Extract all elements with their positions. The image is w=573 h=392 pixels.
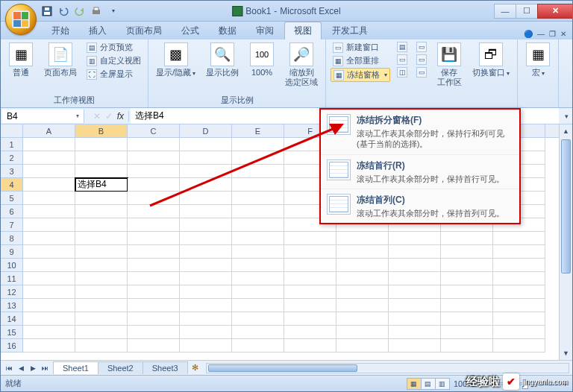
- hide-button[interactable]: ▭: [395, 54, 410, 66]
- cell-J9[interactable]: [493, 245, 545, 259]
- cell-C13[interactable]: [128, 299, 180, 312]
- col-header-E[interactable]: E: [232, 124, 284, 137]
- hscroll-thumb[interactable]: [208, 364, 357, 372]
- cell-A12[interactable]: [23, 285, 75, 299]
- maximize-button[interactable]: ☐: [516, 4, 538, 19]
- help-icon[interactable]: 🔵: [524, 30, 533, 38]
- tab-insert[interactable]: 插入: [80, 22, 116, 39]
- cell-E2[interactable]: [232, 151, 284, 165]
- cell-C8[interactable]: [128, 232, 180, 245]
- save-workspace-button[interactable]: 💾保存 工作区: [433, 41, 465, 89]
- cell-D15[interactable]: [180, 326, 232, 339]
- row-header-5[interactable]: 5: [1, 192, 23, 205]
- cell-J14[interactable]: [493, 312, 545, 326]
- cell-B7[interactable]: [75, 218, 128, 232]
- cell-A6[interactable]: [23, 205, 75, 218]
- page-break-view-icon[interactable]: ▥: [435, 378, 450, 390]
- row-header-10[interactable]: 10: [1, 259, 23, 272]
- row-header-16[interactable]: 16: [1, 339, 23, 353]
- redo-icon[interactable]: [74, 5, 86, 17]
- cancel-icon[interactable]: ✕: [93, 111, 101, 121]
- cell-D7[interactable]: [180, 218, 232, 232]
- cell-I12[interactable]: [441, 285, 493, 299]
- row-header-14[interactable]: 14: [1, 312, 23, 326]
- col-header-C[interactable]: C: [128, 124, 180, 137]
- cell-D4[interactable]: [180, 178, 232, 192]
- cell-C5[interactable]: [128, 192, 180, 205]
- new-window-button[interactable]: ▭新建窗口: [331, 41, 390, 54]
- compare-button[interactable]: ◫: [395, 66, 410, 78]
- name-box[interactable]: B4: [2, 110, 84, 123]
- cell-I13[interactable]: [441, 299, 493, 312]
- cell-I16[interactable]: [441, 339, 493, 353]
- first-sheet-icon[interactable]: ⏮: [4, 364, 14, 372]
- cell-B11[interactable]: [75, 272, 128, 285]
- cell-D2[interactable]: [180, 151, 232, 165]
- cell-F15[interactable]: [284, 326, 336, 339]
- cell-D9[interactable]: [180, 245, 232, 259]
- cell-A7[interactable]: [23, 218, 75, 232]
- cell-I8[interactable]: [441, 232, 493, 245]
- minimize-button[interactable]: —: [494, 4, 516, 19]
- tab-review[interactable]: 审阅: [247, 22, 283, 39]
- cell-C2[interactable]: [128, 151, 180, 165]
- arrange-all-button[interactable]: ▦全部重排: [331, 54, 390, 67]
- cell-E14[interactable]: [232, 312, 284, 326]
- cell-C15[interactable]: [128, 326, 180, 339]
- fx-icon[interactable]: fx: [117, 111, 124, 121]
- scroll-thumb[interactable]: [561, 139, 571, 274]
- cell-A5[interactable]: [23, 192, 75, 205]
- cell-B6[interactable]: [75, 205, 128, 218]
- cell-I15[interactable]: [441, 326, 493, 339]
- freeze-panes-button[interactable]: ▦冻结窗格: [331, 68, 390, 82]
- cell-G8[interactable]: [336, 232, 389, 245]
- cell-J12[interactable]: [493, 285, 545, 299]
- cell-D16[interactable]: [180, 339, 232, 353]
- cell-E8[interactable]: [232, 232, 284, 245]
- cell-E6[interactable]: [232, 205, 284, 218]
- tab-developer[interactable]: 开发工具: [323, 22, 377, 39]
- cell-B15[interactable]: [75, 326, 128, 339]
- cell-H14[interactable]: [389, 312, 441, 326]
- cell-F11[interactable]: [284, 272, 336, 285]
- freeze-first-col-item[interactable]: 冻结首列(C)滚动工作表其余部分时，保持首列可见。: [321, 189, 519, 223]
- cell-E9[interactable]: [232, 245, 284, 259]
- office-button[interactable]: [5, 4, 37, 35]
- macros-button[interactable]: ▦宏: [522, 41, 554, 79]
- qat-more-icon[interactable]: [107, 5, 119, 17]
- cell-D10[interactable]: [180, 259, 232, 272]
- cell-B4[interactable]: 选择B4: [75, 178, 128, 192]
- split-button[interactable]: ▤: [395, 41, 410, 53]
- cell-F9[interactable]: [284, 245, 336, 259]
- cell-G16[interactable]: [336, 339, 389, 353]
- cell-A10[interactable]: [23, 259, 75, 272]
- cell-I9[interactable]: [441, 245, 493, 259]
- row-header-4[interactable]: 4: [1, 178, 23, 192]
- cell-G12[interactable]: [336, 285, 389, 299]
- cell-E13[interactable]: [232, 299, 284, 312]
- cell-A3[interactable]: [23, 165, 75, 178]
- page-break-button[interactable]: ▤分页预览: [84, 41, 143, 54]
- cell-E16[interactable]: [232, 339, 284, 353]
- cell-F12[interactable]: [284, 285, 336, 299]
- cell-J16[interactable]: [493, 339, 545, 353]
- horizontal-scrollbar[interactable]: [206, 363, 569, 373]
- cell-A1[interactable]: [23, 138, 75, 151]
- row-header-15[interactable]: 15: [1, 326, 23, 339]
- last-sheet-icon[interactable]: ⏭: [40, 364, 50, 372]
- tab-page-layout[interactable]: 页面布局: [117, 22, 171, 39]
- cell-B12[interactable]: [75, 285, 128, 299]
- cell-G15[interactable]: [336, 326, 389, 339]
- expand-formula-bar[interactable]: ▾: [560, 113, 572, 120]
- save-icon[interactable]: [41, 5, 53, 17]
- col-header-B[interactable]: B: [75, 124, 128, 137]
- cell-A15[interactable]: [23, 326, 75, 339]
- cell-H10[interactable]: [389, 259, 441, 272]
- cell-I11[interactable]: [441, 272, 493, 285]
- normal-view-button[interactable]: ▦普通: [5, 41, 37, 79]
- select-all-corner[interactable]: [1, 124, 23, 138]
- cell-A2[interactable]: [23, 151, 75, 165]
- cell-C11[interactable]: [128, 272, 180, 285]
- prev-sheet-icon[interactable]: ◀: [16, 364, 26, 372]
- doc-restore-icon[interactable]: ❐: [549, 30, 556, 38]
